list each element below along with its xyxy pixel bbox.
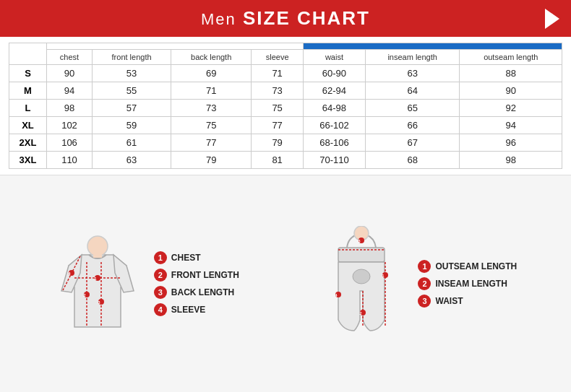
header-size-chart: SIZE CHART: [236, 7, 370, 29]
jersey-labels: 1CHEST2FRONT LENGTH3BACK LENGTH4SLEEVE: [154, 251, 239, 316]
inseam-cell: 67: [365, 134, 460, 152]
waist-cell: 64-98: [304, 100, 366, 117]
size-cell: S: [9, 65, 47, 82]
outseam-cell: 88: [460, 65, 562, 82]
pants-num-1: 1: [418, 260, 431, 273]
sleeve-cell: 81: [252, 152, 304, 169]
pants-figure: 1 2 3 4: [318, 226, 405, 341]
header-men: Men: [201, 10, 236, 28]
jersey-label-row: 3BACK LENGTH: [154, 286, 239, 299]
size-cell: XL: [9, 117, 47, 134]
chest-cell: 106: [47, 134, 93, 152]
pants-label-row: 2INSEAM LENGTH: [418, 277, 517, 290]
waist-cell: 66-102: [304, 117, 366, 134]
table-row: L 98 57 73 75 64-98 65 92: [9, 100, 562, 117]
svg-rect-1: [93, 252, 102, 258]
header-title: Men SIZE CHART: [201, 7, 370, 30]
pants-label-row: 1OUTSEAM LENGTH: [418, 260, 517, 273]
table-row: M 94 55 71 73 62-94 64 90: [9, 82, 562, 100]
diagram-section: 1 2 3 4 1CHEST2FRONT LENGTH3BACK LENGTH: [0, 175, 571, 392]
table-row: 2XL 106 61 77 79 68-106 67 96: [9, 134, 562, 152]
next-arrow-button[interactable]: [545, 9, 559, 29]
size-cell: L: [9, 100, 47, 117]
pants-label-row: 3WAIST: [418, 295, 517, 308]
pants-diagram-item: 1 2 3 4 1OUTSEAM LENGTH2INSEAM LENGTH3WA…: [318, 226, 517, 341]
outseam-cell: 92: [460, 100, 562, 117]
arrow-right-icon: [545, 9, 559, 29]
size-chart-table: chest front length back length sleeve wa…: [9, 43, 562, 169]
size-cell: 3XL: [9, 152, 47, 169]
jersey-label-text: FRONT LENGTH: [171, 270, 239, 280]
front-cell: 61: [93, 134, 171, 152]
table-row: 3XL 110 63 79 81 70-110 68 98: [9, 152, 562, 169]
cycling-pants-header: [304, 43, 562, 50]
pants-labels: 1OUTSEAM LENGTH2INSEAM LENGTH3WAIST: [418, 260, 517, 308]
waist-cell: 70-110: [304, 152, 366, 169]
chest-cell: 94: [47, 82, 93, 100]
inseam-cell: 68: [365, 152, 460, 169]
col-front-length: front length: [93, 50, 171, 65]
front-cell: 59: [93, 117, 171, 134]
col-sleeve: sleeve: [252, 50, 304, 65]
inseam-cell: 64: [365, 82, 460, 100]
pants-label-text: INSEAM LENGTH: [435, 279, 507, 289]
chest-cell: 110: [47, 152, 93, 169]
pants-label-text: WAIST: [435, 296, 463, 306]
waist-cell: 62-94: [304, 82, 366, 100]
back-cell: 69: [171, 65, 252, 82]
col-back-length: back length: [171, 50, 252, 65]
col-outseam-length: outseam length: [460, 50, 562, 65]
front-cell: 63: [93, 152, 171, 169]
cycling-jerseys-header: [47, 43, 304, 50]
jersey-num-1: 1: [154, 251, 167, 264]
jersey-label-text: SLEEVE: [171, 305, 205, 315]
jersey-label-text: BACK LENGTH: [171, 287, 234, 297]
jersey-label-row: 1CHEST: [154, 251, 239, 264]
waist-cell: 68-106: [304, 134, 366, 152]
header: Men SIZE CHART: [0, 0, 571, 37]
jersey-label-row: 2FRONT LENGTH: [154, 269, 239, 282]
outseam-cell: 94: [460, 117, 562, 134]
col-chest: chest: [47, 50, 93, 65]
back-cell: 73: [171, 100, 252, 117]
sleeve-cell: 75: [252, 100, 304, 117]
outseam-cell: 98: [460, 152, 562, 169]
chest-cell: 98: [47, 100, 93, 117]
jersey-num-2: 2: [154, 269, 167, 282]
svg-point-16: [353, 269, 370, 284]
size-cell: M: [9, 82, 47, 100]
size-column-header: [9, 43, 47, 65]
sleeve-cell: 79: [252, 134, 304, 152]
outseam-cell: 90: [460, 82, 562, 100]
jersey-num-3: 3: [154, 286, 167, 299]
jersey-label-row: 4SLEEVE: [154, 303, 239, 316]
front-cell: 55: [93, 82, 171, 100]
outseam-cell: 96: [460, 134, 562, 152]
chest-cell: 90: [47, 65, 93, 82]
front-cell: 57: [93, 100, 171, 117]
jersey-num-4: 4: [154, 303, 167, 316]
pants-num-3: 3: [418, 295, 431, 308]
pants-svg: 1 2 3 4: [318, 226, 405, 341]
jersey-svg: 1 2 3 4: [54, 226, 141, 341]
back-cell: 77: [171, 134, 252, 152]
table-row: XL 102 59 75 77 66-102 66 94: [9, 117, 562, 134]
back-cell: 75: [171, 117, 252, 134]
back-cell: 71: [171, 82, 252, 100]
inseam-cell: 65: [365, 100, 460, 117]
jersey-label-text: CHEST: [171, 253, 201, 263]
inseam-cell: 66: [365, 117, 460, 134]
pants-num-2: 2: [418, 277, 431, 290]
waist-cell: 60-90: [304, 65, 366, 82]
main-container: Men SIZE CHART chest front length back l…: [0, 0, 571, 392]
size-cell: 2XL: [9, 134, 47, 152]
sleeve-cell: 77: [252, 117, 304, 134]
inseam-cell: 63: [365, 65, 460, 82]
table-row: S 90 53 69 71 60-90 63 88: [9, 65, 562, 82]
chest-cell: 102: [47, 117, 93, 134]
jersey-diagram-item: 1 2 3 4 1CHEST2FRONT LENGTH3BACK LENGTH: [54, 226, 239, 341]
sleeve-cell: 71: [252, 65, 304, 82]
back-cell: 79: [171, 152, 252, 169]
sleeve-cell: 73: [252, 82, 304, 100]
size-chart-table-section: chest front length back length sleeve wa…: [0, 37, 571, 175]
